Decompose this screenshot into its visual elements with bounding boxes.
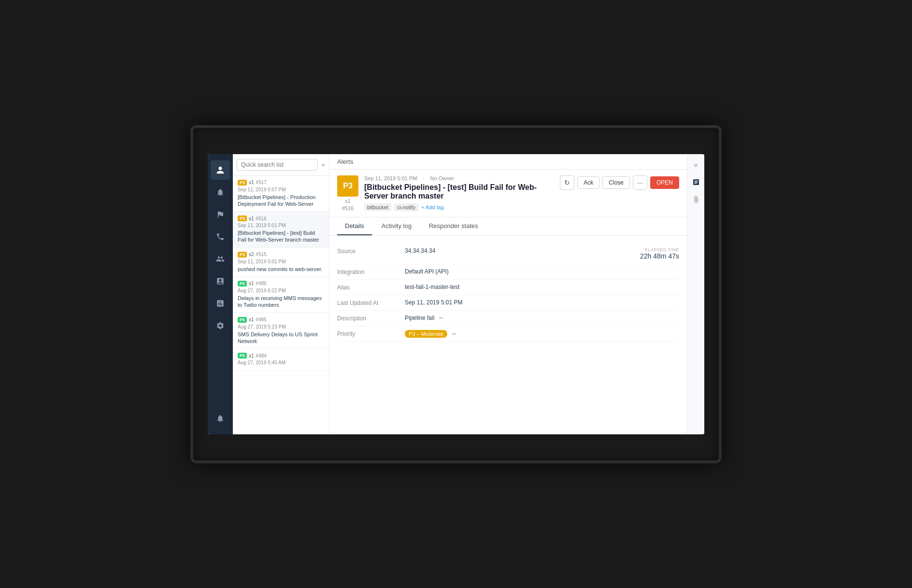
incident-owner: No Owner bbox=[430, 175, 455, 181]
alert-title: SMS Delivery Delays to US Sprint Network bbox=[238, 331, 324, 345]
list-item[interactable]: P5 x1 #486 Aug 27, 2019 6:22 PM Delays i… bbox=[233, 277, 329, 313]
right-panel: « bbox=[687, 154, 704, 434]
monitor: « P3 x1 #517 Sep 11, 2019 5:07 PM [Bitbu… bbox=[190, 125, 722, 463]
alert-id: #485 bbox=[256, 317, 267, 322]
sidebar-icon-settings[interactable] bbox=[211, 316, 230, 335]
incident-meta: Sep 11, 2019 5:01 PM · No Owner [Bitbuck… bbox=[364, 175, 554, 211]
incident-id: #516 bbox=[342, 205, 354, 211]
right-panel-attachment-icon[interactable] bbox=[689, 193, 703, 206]
incident-timestamp: Sep 11, 2019 5:01 PM bbox=[364, 175, 417, 181]
sidebar bbox=[208, 154, 233, 434]
incident-title: [Bitbucket Pipelines] - [test] Build Fai… bbox=[364, 183, 554, 201]
alert-title: [Bitbucket Pipelines] - Production Deplo… bbox=[238, 194, 324, 208]
sidebar-icon-user[interactable] bbox=[211, 160, 230, 180]
more-options-button[interactable]: ··· bbox=[633, 175, 647, 190]
detail-row-description: Description Pipeline fail ✏ bbox=[337, 311, 679, 326]
alert-id: #517 bbox=[256, 180, 267, 185]
count-badge: x1 bbox=[249, 317, 254, 322]
list-item[interactable]: P5 x1 #485 Aug 27, 2019 5:23 PM SMS Deli… bbox=[233, 313, 329, 349]
detail-value-integration: Default API (API) bbox=[405, 268, 679, 275]
detail-value-last-updated: Sep 11, 2019 5:01 PM bbox=[405, 299, 679, 306]
alert-id: #486 bbox=[256, 281, 267, 286]
alert-id: #516 bbox=[256, 216, 267, 221]
detail-value-priority: P3 – Moderate ✏ bbox=[405, 330, 679, 338]
detail-value-alias: test-fail-1-master-test bbox=[405, 284, 679, 290]
sidebar-icon-team[interactable] bbox=[211, 249, 230, 269]
incident-top-line: Sep 11, 2019 5:01 PM · No Owner bbox=[364, 175, 554, 181]
count-badge: x1 bbox=[249, 353, 254, 359]
alert-items: P3 x1 #517 Sep 11, 2019 5:07 PM [Bitbuck… bbox=[233, 176, 329, 434]
collapse-list-button[interactable]: « bbox=[320, 160, 327, 169]
detail-label-last-updated: Last Updated At bbox=[337, 299, 405, 306]
open-status-button[interactable]: OPEN bbox=[650, 176, 679, 189]
tab-activity-log[interactable]: Activity log bbox=[374, 217, 419, 235]
tabs-bar: Details Activity log Responder states bbox=[329, 217, 687, 236]
count-badge: x1 bbox=[249, 216, 254, 221]
priority-badge: P5 bbox=[238, 281, 247, 287]
detail-row-source: Source 34.34.34.34 ELAPSED TIME 22h 48m … bbox=[337, 244, 679, 264]
close-button[interactable]: Close bbox=[602, 176, 630, 189]
detail-label-integration: Integration bbox=[337, 268, 405, 275]
add-tag-button[interactable]: + Add tag bbox=[421, 204, 444, 210]
priority-tag[interactable]: P3 – Moderate bbox=[405, 330, 447, 338]
alert-id: #484 bbox=[256, 353, 267, 359]
alert-id: #515 bbox=[256, 252, 267, 257]
incident-priority-badge: P3 bbox=[337, 175, 358, 197]
incident-count: x1 bbox=[345, 198, 351, 204]
detail-value-description: Pipeline fail ✏ bbox=[405, 315, 679, 321]
alert-title: [Bitbucket Pipelines] - [test] Build Fai… bbox=[238, 229, 324, 244]
elapsed-value: 22h 48m 47s bbox=[640, 252, 679, 260]
priority-badge: P5 bbox=[238, 317, 247, 323]
priority-badge: P3 bbox=[238, 215, 247, 221]
detail-label-source: Source bbox=[337, 247, 405, 255]
tab-responder-states[interactable]: Responder states bbox=[421, 217, 486, 235]
detail-row-priority: Priority P3 – Moderate ✏ bbox=[337, 326, 679, 342]
search-input[interactable] bbox=[237, 159, 318, 171]
sidebar-icon-reports[interactable] bbox=[211, 294, 230, 313]
count-badge: x1 bbox=[249, 281, 254, 286]
screen: « P3 x1 #517 Sep 11, 2019 5:07 PM [Bitbu… bbox=[208, 154, 704, 434]
search-bar: « bbox=[233, 154, 329, 176]
elapsed-label: ELAPSED TIME bbox=[640, 247, 679, 252]
alerts-header: Alerts bbox=[329, 154, 687, 170]
sidebar-icon-bell[interactable] bbox=[211, 183, 230, 202]
main-content: Alerts P3 x1 #516 Sep 11, 2019 5:01 PM ·… bbox=[329, 154, 687, 434]
list-item[interactable]: P3 x1 #517 Sep 11, 2019 5:07 PM [Bitbuck… bbox=[233, 176, 329, 212]
right-panel-collapse-icon[interactable]: « bbox=[689, 158, 703, 172]
sidebar-icon-integrations[interactable] bbox=[211, 272, 230, 291]
priority-badge: P5 bbox=[238, 353, 247, 359]
incident-tags: bitbucket ci-notify + Add tag bbox=[364, 203, 554, 211]
incident-header: P3 x1 #516 Sep 11, 2019 5:01 PM · No Own… bbox=[329, 170, 687, 217]
sidebar-icon-flag[interactable] bbox=[211, 205, 230, 224]
description-edit-icon[interactable]: ✏ bbox=[439, 315, 443, 321]
list-item[interactable]: P3 x2 #515 Sep 11, 2019 5:01 PM pushed n… bbox=[233, 248, 329, 277]
priority-badge: P3 bbox=[238, 180, 247, 186]
details-panel: Source 34.34.34.34 ELAPSED TIME 22h 48m … bbox=[329, 236, 687, 434]
sidebar-icon-phone[interactable] bbox=[211, 227, 230, 246]
list-item[interactable]: P3 x1 #516 Sep 11, 2019 5:01 PM [Bitbuck… bbox=[233, 212, 329, 248]
ack-button[interactable]: Ack bbox=[577, 176, 599, 189]
count-badge: x1 bbox=[249, 180, 254, 185]
detail-label-alias: Alias bbox=[337, 284, 405, 291]
refresh-button[interactable]: ↻ bbox=[560, 175, 574, 190]
detail-row-alias: Alias test-fail-1-master-test bbox=[337, 280, 679, 295]
count-badge: x2 bbox=[249, 252, 254, 257]
priority-badge: P3 bbox=[238, 252, 247, 258]
tag-bitbucket[interactable]: bitbucket bbox=[364, 203, 391, 211]
alert-timestamp: Sep 11, 2019 5:01 PM bbox=[238, 259, 324, 264]
sidebar-icon-notification-bottom[interactable] bbox=[211, 409, 230, 428]
detail-value-source: 34.34.34.34 bbox=[405, 247, 640, 254]
list-item[interactable]: P5 x1 #484 Aug 27, 2019 5:45 AM bbox=[233, 349, 329, 371]
right-panel-notes-icon[interactable] bbox=[689, 175, 703, 189]
alert-title: pushed new commits to web-server. bbox=[238, 266, 324, 272]
alert-list: « P3 x1 #517 Sep 11, 2019 5:07 PM [Bitbu… bbox=[233, 154, 329, 434]
alert-timestamp: Aug 27, 2019 5:23 PM bbox=[238, 324, 324, 330]
tag-ci-notify[interactable]: ci-notify bbox=[394, 203, 418, 211]
tab-details[interactable]: Details bbox=[337, 217, 372, 235]
incident-dot-separator: · bbox=[423, 175, 424, 181]
detail-row-last-updated: Last Updated At Sep 11, 2019 5:01 PM bbox=[337, 295, 679, 311]
alert-timestamp: Sep 11, 2019 5:01 PM bbox=[238, 223, 324, 228]
detail-label-description: Description bbox=[337, 315, 405, 322]
alert-timestamp: Aug 27, 2019 6:22 PM bbox=[238, 288, 324, 293]
priority-edit-icon[interactable]: ✏ bbox=[452, 331, 456, 337]
